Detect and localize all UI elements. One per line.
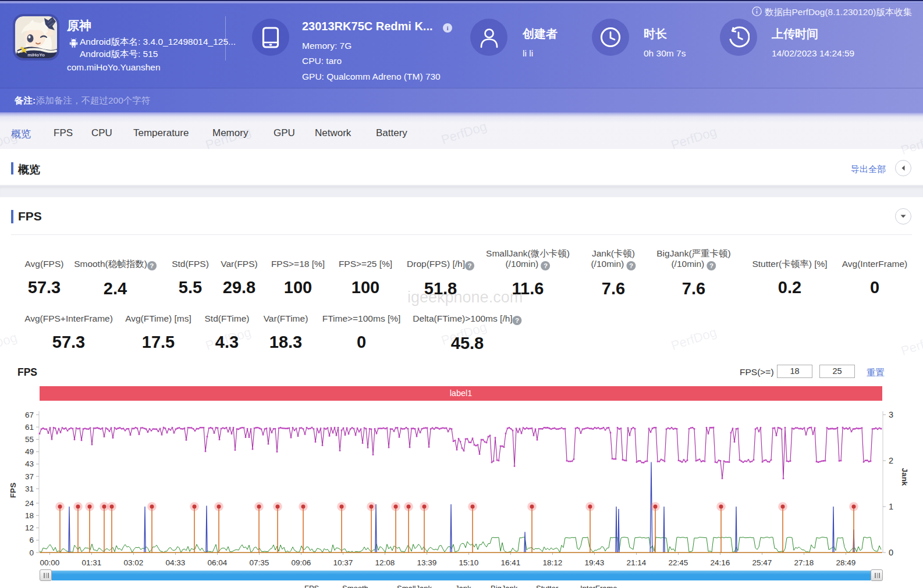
- svg-text:09:06: 09:06: [292, 558, 311, 567]
- svg-text:0: 0: [29, 548, 34, 557]
- svg-text:6: 6: [29, 536, 34, 544]
- svg-text:61: 61: [25, 423, 34, 432]
- svg-text:12: 12: [25, 523, 34, 532]
- svg-text:07:35: 07:35: [250, 558, 269, 567]
- svg-text:19:43: 19:43: [585, 558, 605, 567]
- svg-text:37: 37: [25, 472, 34, 481]
- svg-text:25:47: 25:47: [752, 558, 772, 567]
- svg-text:27:18: 27:18: [794, 558, 814, 567]
- svg-text:16:41: 16:41: [501, 558, 521, 567]
- svg-text:24:16: 24:16: [711, 558, 730, 567]
- svg-text:28:49: 28:49: [836, 558, 856, 567]
- svg-text:31: 31: [25, 484, 34, 493]
- svg-text:55: 55: [25, 435, 34, 444]
- svg-text:18:12: 18:12: [543, 558, 563, 567]
- svg-text:2: 2: [889, 456, 893, 465]
- svg-text:15:10: 15:10: [459, 558, 479, 567]
- svg-text:06:04: 06:04: [208, 558, 228, 567]
- svg-text:49: 49: [25, 447, 34, 456]
- svg-text:Jank: Jank: [900, 468, 909, 486]
- svg-text:24: 24: [25, 499, 34, 508]
- svg-text:03:02: 03:02: [124, 558, 144, 567]
- svg-text:00:00: 00:00: [40, 558, 60, 567]
- svg-text:12:08: 12:08: [375, 558, 395, 567]
- svg-text:22:45: 22:45: [669, 558, 688, 567]
- svg-text:FPS: FPS: [9, 483, 17, 498]
- svg-text:67: 67: [25, 411, 34, 419]
- svg-text:0: 0: [889, 548, 893, 557]
- svg-text:21:14: 21:14: [627, 558, 647, 567]
- svg-text:18: 18: [25, 511, 34, 520]
- svg-text:1: 1: [889, 502, 893, 511]
- svg-text:13:39: 13:39: [417, 558, 437, 567]
- svg-text:01:31: 01:31: [82, 558, 102, 567]
- svg-text:miHoYo: miHoYo: [27, 52, 45, 58]
- svg-text:3: 3: [889, 410, 893, 419]
- svg-text:04:33: 04:33: [166, 558, 186, 567]
- svg-text:10:37: 10:37: [333, 558, 353, 567]
- svg-text:43: 43: [25, 459, 34, 468]
